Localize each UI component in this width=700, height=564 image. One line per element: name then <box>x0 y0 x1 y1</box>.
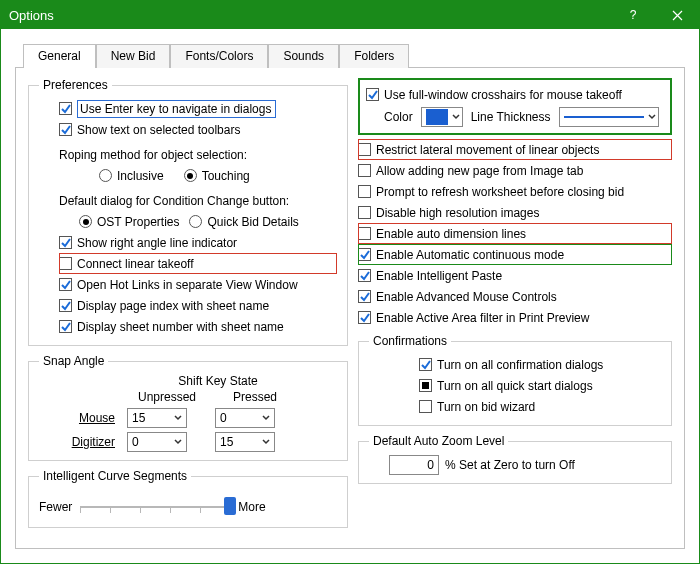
color-swatch <box>426 109 448 125</box>
right-column: Use full-window crosshairs for mouse tak… <box>358 78 672 536</box>
ost-properties-radio[interactable]: OST Properties <box>79 215 179 229</box>
display-sheet-number-checkbox[interactable] <box>59 320 72 333</box>
restrict-lateral-checkbox[interactable] <box>358 143 371 156</box>
allow-new-page-checkbox[interactable] <box>358 164 371 177</box>
restrict-lateral-row[interactable]: Restrict lateral movement of linear obje… <box>358 139 672 160</box>
color-label: Color <box>384 110 413 124</box>
enable-adv-mouse-row[interactable]: Enable Advanced Mouse Controls <box>358 286 672 307</box>
connect-linear-checkbox[interactable] <box>59 257 72 270</box>
digitizer-label: Digitizer <box>72 435 115 449</box>
options-dialog: Options ? General New Bid Fonts/Colors S… <box>0 0 700 564</box>
tab-strip: General New Bid Fonts/Colors Sounds Fold… <box>23 43 685 67</box>
show-right-angle-checkbox[interactable] <box>59 236 72 249</box>
radio-icon <box>184 169 197 182</box>
roping-touching-radio[interactable]: Touching <box>184 169 250 183</box>
show-text-checkbox[interactable] <box>59 123 72 136</box>
default-dialog-label: Default dialog for Condition Change butt… <box>59 194 289 208</box>
confirm-quick-checkbox[interactable] <box>419 379 432 392</box>
enable-auto-dim-row[interactable]: Enable auto dimension lines <box>358 223 672 244</box>
show-text-row[interactable]: Show text on selected toolbars <box>59 119 337 140</box>
disable-high-res-checkbox[interactable] <box>358 206 371 219</box>
prompt-refresh-checkbox[interactable] <box>358 185 371 198</box>
radio-icon <box>99 169 112 182</box>
curve-segments-legend: Intelligent Curve Segments <box>39 469 191 483</box>
snap-angle-legend: Snap Angle <box>39 354 108 368</box>
radio-icon <box>189 215 202 228</box>
curve-slider[interactable] <box>80 495 230 519</box>
line-thickness-select[interactable] <box>559 107 659 127</box>
tab-fonts-colors[interactable]: Fonts/Colors <box>170 44 268 68</box>
dialog-body: General New Bid Fonts/Colors Sounds Fold… <box>1 29 699 557</box>
show-right-angle-row[interactable]: Show right angle line indicator <box>59 232 337 253</box>
zoom-level-group: Default Auto Zoom Level 0 % Set at Zero … <box>358 434 672 484</box>
tab-general[interactable]: General <box>23 44 96 68</box>
disable-high-res-row[interactable]: Disable high resolution images <box>358 202 672 223</box>
unpressed-header: Unpressed <box>127 390 207 404</box>
preferences-group: Preferences Use Enter key to navigate in… <box>28 78 348 346</box>
enable-auto-cont-checkbox[interactable] <box>358 248 371 261</box>
window-title: Options <box>9 8 54 23</box>
line-sample <box>564 116 644 118</box>
confirm-bid-checkbox[interactable] <box>419 400 432 413</box>
confirmations-group: Confirmations Turn on all confirmation d… <box>358 334 672 426</box>
digitizer-unpressed-select[interactable]: 0 <box>127 432 187 452</box>
tab-folders[interactable]: Folders <box>339 44 409 68</box>
chevron-down-icon <box>452 110 460 124</box>
display-sheet-number-row[interactable]: Display sheet number with sheet name <box>59 316 337 337</box>
use-enter-row[interactable]: Use Enter key to navigate in dialogs <box>59 98 337 119</box>
enable-active-area-row[interactable]: Enable Active Area filter in Print Previ… <box>358 307 672 328</box>
enable-auto-cont-row[interactable]: Enable Automatic continuous mode <box>358 244 672 265</box>
mouse-label: Mouse <box>79 411 115 425</box>
more-label: More <box>238 500 265 514</box>
zoom-input[interactable]: 0 <box>389 455 439 475</box>
confirm-bid-row[interactable]: Turn on bid wizard <box>419 396 661 417</box>
open-hot-links-checkbox[interactable] <box>59 278 72 291</box>
enable-adv-mouse-checkbox[interactable] <box>358 290 371 303</box>
radio-icon <box>79 215 92 228</box>
mouse-unpressed-select[interactable]: 15 <box>127 408 187 428</box>
allow-new-page-row[interactable]: Allow adding new page from Image tab <box>358 160 672 181</box>
snap-angle-group: Snap Angle Shift Key State Unpressed Pre… <box>28 354 348 461</box>
zoom-suffix: % Set at Zero to turn Off <box>445 458 575 472</box>
confirmations-legend: Confirmations <box>369 334 451 348</box>
mouse-pressed-select[interactable]: 0 <box>215 408 275 428</box>
tab-new-bid[interactable]: New Bid <box>96 44 171 68</box>
show-text-label: Show text on selected toolbars <box>77 123 240 137</box>
close-button[interactable] <box>655 1 699 29</box>
crosshair-group: Use full-window crosshairs for mouse tak… <box>358 78 672 135</box>
curve-segments-group: Intelligent Curve Segments Fewer More <box>28 469 348 528</box>
enable-ipaste-row[interactable]: Enable Intelligent Paste <box>358 265 672 286</box>
chevron-down-icon <box>648 110 656 124</box>
connect-linear-row[interactable]: Connect linear takeoff <box>59 253 337 274</box>
window-buttons: ? <box>611 1 699 29</box>
full-window-crosshair-row[interactable]: Use full-window crosshairs for mouse tak… <box>366 84 664 105</box>
pressed-header: Pressed <box>215 390 295 404</box>
use-enter-checkbox[interactable] <box>59 102 72 115</box>
display-page-index-row[interactable]: Display page index with sheet name <box>59 295 337 316</box>
prompt-refresh-row[interactable]: Prompt to refresh worksheet before closi… <box>358 181 672 202</box>
close-icon <box>672 10 683 21</box>
enable-auto-dim-checkbox[interactable] <box>358 227 371 240</box>
quick-bid-details-radio[interactable]: Quick Bid Details <box>189 215 298 229</box>
enable-ipaste-checkbox[interactable] <box>358 269 371 282</box>
help-button[interactable]: ? <box>611 1 655 29</box>
roping-label: Roping method for object selection: <box>59 148 247 162</box>
confirm-all-row[interactable]: Turn on all confirmation dialogs <box>419 354 661 375</box>
color-select[interactable] <box>421 107 463 127</box>
open-hot-links-row[interactable]: Open Hot Links in separate View Window <box>59 274 337 295</box>
fewer-label: Fewer <box>39 500 72 514</box>
enable-active-area-checkbox[interactable] <box>358 311 371 324</box>
confirm-quick-row[interactable]: Turn on all quick start dialogs <box>419 375 661 396</box>
tab-sounds[interactable]: Sounds <box>268 44 339 68</box>
preferences-legend: Preferences <box>39 78 112 92</box>
slider-thumb[interactable] <box>224 497 236 515</box>
full-window-crosshair-checkbox[interactable] <box>366 88 379 101</box>
confirm-all-checkbox[interactable] <box>419 358 432 371</box>
tab-panel: Preferences Use Enter key to navigate in… <box>15 67 685 549</box>
roping-inclusive-radio[interactable]: Inclusive <box>99 169 164 183</box>
digitizer-pressed-select[interactable]: 15 <box>215 432 275 452</box>
shift-key-state-label: Shift Key State <box>99 374 337 388</box>
dialog-footer: Reset All Settings OK Cancel Apply <box>1 557 699 564</box>
chevron-down-icon <box>174 411 182 425</box>
display-page-index-checkbox[interactable] <box>59 299 72 312</box>
